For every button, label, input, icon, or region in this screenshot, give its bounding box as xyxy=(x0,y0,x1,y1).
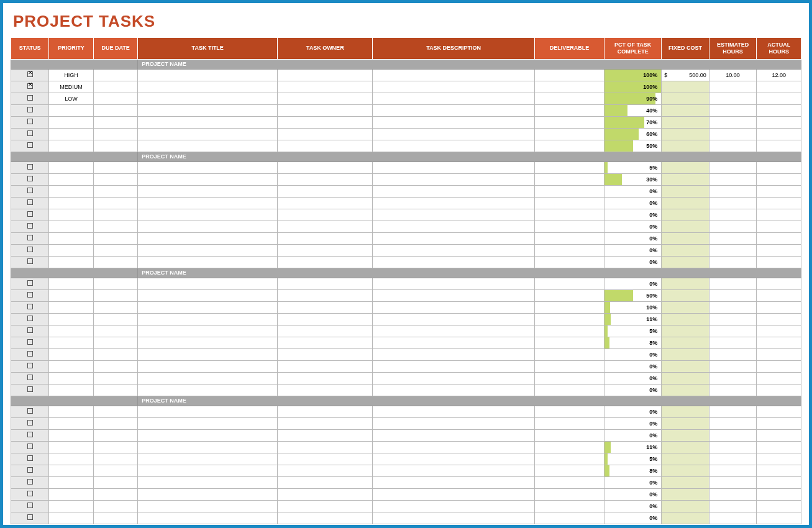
estimated-hours-cell[interactable] xyxy=(709,162,757,173)
pct-complete-cell[interactable]: 0% xyxy=(604,512,662,524)
priority-cell[interactable] xyxy=(49,116,94,128)
pct-complete-cell[interactable]: 0% xyxy=(604,244,662,256)
status-checkbox[interactable] xyxy=(27,176,33,181)
task-owner-cell[interactable] xyxy=(278,301,373,313)
status-cell[interactable] xyxy=(11,221,49,232)
actual-hours-cell[interactable] xyxy=(757,116,801,128)
pct-complete-cell[interactable]: 0% xyxy=(604,197,662,209)
due-date-cell[interactable] xyxy=(93,465,138,476)
fixed-cost-cell[interactable] xyxy=(662,81,709,93)
status-cell[interactable] xyxy=(11,301,49,313)
status-cell[interactable] xyxy=(11,185,49,197)
actual-hours-cell[interactable] xyxy=(757,232,801,244)
task-title-cell[interactable] xyxy=(138,406,278,417)
status-cell[interactable] xyxy=(11,313,49,325)
task-owner-cell[interactable] xyxy=(278,104,373,116)
pct-complete-cell[interactable]: 0% xyxy=(604,372,662,384)
priority-cell[interactable] xyxy=(49,140,94,152)
estimated-hours-cell[interactable] xyxy=(709,406,757,417)
status-checkbox[interactable] xyxy=(27,292,33,298)
pct-complete-cell[interactable]: 11% xyxy=(604,313,662,325)
status-cell[interactable] xyxy=(11,465,49,476)
task-desc-cell[interactable] xyxy=(373,453,535,465)
due-date-cell[interactable] xyxy=(93,128,138,140)
task-owner-cell[interactable] xyxy=(278,512,373,524)
group-header-row[interactable]: PROJECT NAME xyxy=(11,152,801,162)
actual-hours-cell[interactable] xyxy=(757,197,801,209)
actual-hours-cell[interactable] xyxy=(757,512,801,524)
deliverable-cell[interactable] xyxy=(534,512,604,524)
task-title-cell[interactable] xyxy=(138,488,278,500)
due-date-cell[interactable] xyxy=(93,384,138,396)
col-act-hours[interactable]: ACTUAL HOURS xyxy=(757,38,801,60)
task-owner-cell[interactable] xyxy=(278,372,373,384)
actual-hours-cell[interactable] xyxy=(757,256,801,268)
task-desc-cell[interactable] xyxy=(373,162,535,173)
priority-cell[interactable] xyxy=(49,301,94,313)
fixed-cost-cell[interactable] xyxy=(662,360,709,372)
col-pct[interactable]: PCT OF TASK COMPLETE xyxy=(604,38,662,60)
actual-hours-cell[interactable] xyxy=(757,221,801,232)
fixed-cost-cell[interactable] xyxy=(662,278,709,289)
task-owner-cell[interactable] xyxy=(278,162,373,173)
priority-cell[interactable] xyxy=(49,185,94,197)
task-desc-cell[interactable] xyxy=(373,81,535,93)
task-desc-cell[interactable] xyxy=(373,417,535,429)
group-name[interactable]: PROJECT NAME xyxy=(138,396,801,406)
priority-cell[interactable] xyxy=(49,278,94,289)
task-desc-cell[interactable] xyxy=(373,221,535,232)
task-title-cell[interactable] xyxy=(138,384,278,396)
task-owner-cell[interactable] xyxy=(278,337,373,348)
task-title-cell[interactable] xyxy=(138,173,278,185)
task-desc-cell[interactable] xyxy=(373,406,535,417)
group-header-row[interactable]: PROJECT NAME xyxy=(11,396,801,406)
task-owner-cell[interactable] xyxy=(278,325,373,337)
priority-cell[interactable] xyxy=(49,488,94,500)
fixed-cost-cell[interactable] xyxy=(662,197,709,209)
task-owner-cell[interactable] xyxy=(278,441,373,453)
priority-cell[interactable] xyxy=(49,313,94,325)
deliverable-cell[interactable] xyxy=(534,69,604,81)
fixed-cost-cell[interactable] xyxy=(662,372,709,384)
due-date-cell[interactable] xyxy=(93,441,138,453)
status-checkbox[interactable] xyxy=(27,386,33,392)
priority-cell[interactable] xyxy=(49,500,94,512)
task-title-cell[interactable] xyxy=(138,185,278,197)
task-owner-cell[interactable] xyxy=(278,173,373,185)
priority-cell[interactable] xyxy=(49,372,94,384)
priority-cell[interactable] xyxy=(49,173,94,185)
task-desc-cell[interactable] xyxy=(373,244,535,256)
estimated-hours-cell[interactable] xyxy=(709,278,757,289)
pct-complete-cell[interactable]: 5% xyxy=(604,453,662,465)
pct-complete-cell[interactable]: 0% xyxy=(604,500,662,512)
status-checkbox[interactable] xyxy=(27,514,33,520)
priority-cell[interactable] xyxy=(49,104,94,116)
task-title-cell[interactable] xyxy=(138,512,278,524)
deliverable-cell[interactable] xyxy=(534,360,604,372)
task-title-cell[interactable] xyxy=(138,313,278,325)
status-cell[interactable] xyxy=(11,325,49,337)
actual-hours-cell[interactable] xyxy=(757,441,801,453)
status-checkbox[interactable] xyxy=(27,188,33,193)
fixed-cost-cell[interactable] xyxy=(662,500,709,512)
group-header-row[interactable]: PROJECT NAME xyxy=(11,268,801,278)
task-title-cell[interactable] xyxy=(138,278,278,289)
due-date-cell[interactable] xyxy=(93,185,138,197)
pct-complete-cell[interactable]: 40% xyxy=(604,104,662,116)
status-cell[interactable] xyxy=(11,289,49,301)
fixed-cost-cell[interactable] xyxy=(662,476,709,488)
priority-cell[interactable] xyxy=(49,348,94,360)
status-cell[interactable] xyxy=(11,360,49,372)
due-date-cell[interactable] xyxy=(93,232,138,244)
status-checkbox[interactable] xyxy=(27,164,33,170)
task-title-cell[interactable] xyxy=(138,301,278,313)
group-header-row[interactable]: PROJECT NAME xyxy=(11,59,801,69)
status-checkbox[interactable] xyxy=(27,327,33,333)
task-owner-cell[interactable] xyxy=(278,348,373,360)
status-checkbox[interactable] xyxy=(27,95,33,101)
deliverable-cell[interactable] xyxy=(534,476,604,488)
due-date-cell[interactable] xyxy=(93,256,138,268)
task-title-cell[interactable] xyxy=(138,289,278,301)
priority-cell[interactable] xyxy=(49,441,94,453)
task-title-cell[interactable] xyxy=(138,232,278,244)
